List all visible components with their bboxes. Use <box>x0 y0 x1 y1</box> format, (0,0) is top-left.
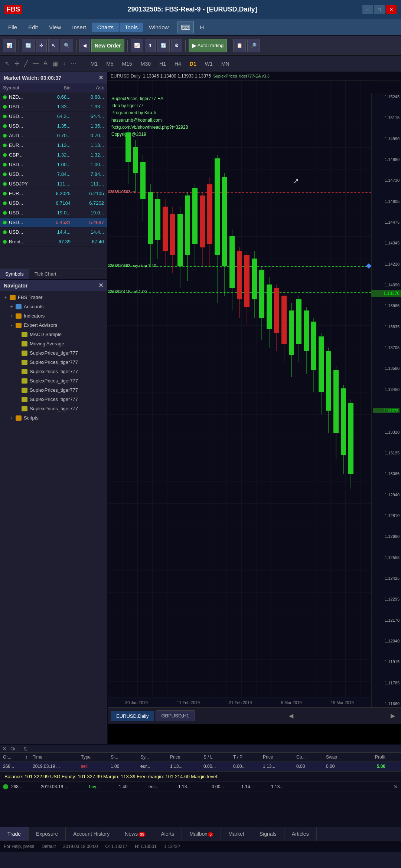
terminal-row-2[interactable]: 268... 2019.03.19 ... buy... 1.40 eur...… <box>0 782 401 792</box>
autotrading-button[interactable]: ▶ AutoTrading <box>189 39 227 52</box>
term-tab-mailbox[interactable]: Mailbox6 <box>182 827 221 841</box>
nav-item-0[interactable]: + FBS Trader <box>0 293 107 302</box>
tf-h1[interactable]: H1 <box>156 59 170 68</box>
nav-item-9[interactable]: SuplexPrices_tiger777 <box>0 376 107 385</box>
nav-item-2[interactable]: + Indicators <box>0 311 107 320</box>
market-watch-row-15[interactable]: Brent... 67.39 67.40 <box>0 237 107 247</box>
market-watch-row-5[interactable]: EUR... 1.13... 1.13... <box>0 141 107 150</box>
term-tab-account-history[interactable]: Account History <box>66 827 117 841</box>
tf-m15[interactable]: M15 <box>118 59 136 68</box>
market-watch-row-1[interactable]: USD... 1.33... 1.33... <box>0 102 107 112</box>
term-tab-exposure[interactable]: Exposure <box>29 827 66 841</box>
market-watch-row-2[interactable]: USD... 64.3... 64.4... <box>0 112 107 121</box>
menu-tools[interactable]: Tools <box>120 23 143 32</box>
market-watch-row-6[interactable]: GBP... 1.32... 1.32... <box>0 150 107 160</box>
search-button[interactable]: 🔎 <box>247 39 260 52</box>
menu-h[interactable]: H <box>195 23 209 32</box>
text-tool[interactable]: A <box>42 59 49 68</box>
market-watch-row-9[interactable]: USDJPY 111.... 111.... <box>0 179 107 189</box>
minimize-button[interactable]: ─ <box>362 5 373 14</box>
market-watch-close[interactable]: ✕ <box>98 74 103 81</box>
hline-tool[interactable]: — <box>31 59 40 68</box>
term-tab-alerts[interactable]: Alerts <box>153 827 182 841</box>
term-tab-market[interactable]: Market <box>221 827 252 841</box>
chart-nav-right[interactable]: ▶ <box>388 711 398 721</box>
market-watch-row-0[interactable]: NZD... 0.68... 0.68... <box>0 92 107 102</box>
market-watch-row-12[interactable]: USD... 19.0... 19.0... <box>0 208 107 218</box>
more-tool[interactable]: ⋯ <box>69 59 78 68</box>
term-tab-articles[interactable]: Articles <box>284 827 317 841</box>
indicator1-button[interactable]: 📈 <box>131 39 143 52</box>
crosshair-tool[interactable]: ✛ <box>13 59 21 68</box>
refresh-button[interactable]: 🔄 <box>22 39 35 52</box>
keyboard-button[interactable]: ⌨ <box>177 22 194 33</box>
back-button[interactable]: ◀ <box>79 39 90 52</box>
menu-charts[interactable]: Charts <box>92 23 119 32</box>
market-watch-row-3[interactable]: USD... 1.35... 1.35... <box>0 121 107 131</box>
term-tab-trade[interactable]: Trade <box>0 827 29 841</box>
terminal-sort-icon[interactable]: ⇅ <box>23 746 27 752</box>
tf-h4[interactable]: H4 <box>171 59 185 68</box>
new-order-button[interactable]: New Order <box>91 39 124 52</box>
navigator-close[interactable]: ✕ <box>98 282 103 289</box>
market-watch-row-13[interactable]: USD... 5.4531 5.4687 <box>0 218 107 227</box>
nav-item-8[interactable]: SuplexPrices_tiger777 <box>0 367 107 376</box>
market-watch-row-11[interactable]: USD... 6.7184 6.7202 <box>0 198 107 208</box>
chart-tab-gbpusd-h1[interactable]: GBPUSD,H1 <box>156 710 195 721</box>
nav-item-10[interactable]: SuplexPrices_tiger777 <box>0 385 107 395</box>
market-watch-row-4[interactable]: AUD... 0.70... 0.70... <box>0 131 107 141</box>
arrow-tool[interactable]: ↓ <box>61 59 68 68</box>
menu-window[interactable]: Window <box>144 23 174 32</box>
chart-canvas[interactable]: SuplexPrices_tiger777-EA Idea by tiger77… <box>108 80 401 724</box>
nav-label-3: Expert Advisors <box>24 322 57 328</box>
settings-button[interactable]: ⚙ <box>171 39 182 52</box>
indicator2-button[interactable]: ⬆ <box>145 39 156 52</box>
tf-d1[interactable]: D1 <box>186 59 200 68</box>
history-button[interactable]: 📋 <box>233 39 246 52</box>
menu-edit[interactable]: Edit <box>23 23 43 32</box>
menu-file[interactable]: File <box>3 23 22 32</box>
period-tool[interactable]: ▦ <box>50 59 60 68</box>
zoom-button[interactable]: 🔍 <box>61 39 73 52</box>
crosshair-button[interactable]: ✛ <box>36 39 47 52</box>
nav-item-5[interactable]: Moving Average <box>0 339 107 348</box>
tf-mn[interactable]: MN <box>218 59 233 68</box>
line-tool[interactable]: ╱ <box>22 59 30 68</box>
market-watch-row-14[interactable]: USD... 14.4... 14.4... <box>0 227 107 237</box>
chart-nav-left[interactable]: ◀ <box>286 711 296 721</box>
menu-insert[interactable]: Insert <box>67 23 91 32</box>
cursor-tool[interactable]: ↖ <box>3 59 12 68</box>
close-button[interactable]: ✕ <box>386 5 397 14</box>
chart-area[interactable]: EURUSD,Daily 1.13345 1.13400 1.13933 1.1… <box>108 72 401 744</box>
menu-view[interactable]: View <box>44 23 66 32</box>
arrow-button[interactable]: ↖ <box>48 39 59 52</box>
tf-w1[interactable]: W1 <box>201 59 216 68</box>
chart-tab-eurusd-daily[interactable]: EURUSD,Daily <box>111 711 154 721</box>
nav-item-11[interactable]: SuplexPrices_tiger777 <box>0 395 107 404</box>
mw-tab-tick[interactable]: Tick Chart <box>29 269 62 279</box>
market-watch-row-7[interactable]: USD... 1.00... 1.00... <box>0 160 107 170</box>
refresh2-button[interactable]: 🔃 <box>157 39 170 52</box>
tf-m30[interactable]: M30 <box>137 59 154 68</box>
term-tab-news[interactable]: News99 <box>117 827 153 841</box>
tf-m5[interactable]: M5 <box>102 59 117 68</box>
th-sort[interactable]: ↕ <box>25 754 33 760</box>
mw-tab-symbols[interactable]: Symbols <box>0 269 29 279</box>
maximize-button[interactable]: □ <box>374 5 385 14</box>
market-watch-row-8[interactable]: USD... 7.84... 7.84... <box>0 170 107 179</box>
tf-m1[interactable]: M1 <box>87 59 101 68</box>
terminal-row-1[interactable]: 268... 2019.03.19 ... sell 1.00 eur... 1… <box>0 762 401 771</box>
nav-item-1[interactable]: + Accounts <box>0 302 107 311</box>
nav-item-7[interactable]: SuplexPrices_tiger777 <box>0 358 107 367</box>
nav-item-12[interactable]: SuplexPrices_tiger777 <box>0 404 107 413</box>
nav-item-4[interactable]: MACD Sample <box>0 330 107 339</box>
term-tab-signals[interactable]: Signals <box>252 827 284 841</box>
nav-item-6[interactable]: SuplexPrices_tiger777 <box>0 348 107 358</box>
row2-close[interactable]: ✕ <box>394 784 398 790</box>
terminal-close[interactable]: ✕ <box>2 746 7 752</box>
new-chart-button[interactable]: 📊 <box>3 39 16 52</box>
svg-rect-54 <box>207 184 212 244</box>
nav-item-13[interactable]: + Scripts <box>0 413 107 423</box>
nav-item-3[interactable]: - Expert Advisors <box>0 320 107 330</box>
market-watch-row-10[interactable]: EUR... 6.2025 6.2105 <box>0 189 107 198</box>
